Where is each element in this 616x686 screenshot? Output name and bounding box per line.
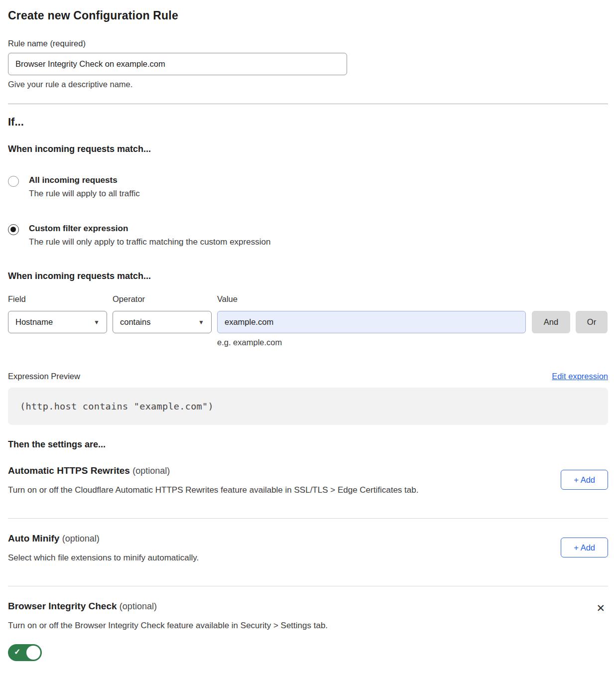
section-divider	[8, 586, 608, 586]
match-heading: When incoming requests match...	[8, 144, 608, 154]
operator-label: Operator	[113, 294, 212, 304]
filter-heading: When incoming requests match...	[8, 271, 608, 281]
radio-option-custom-filter[interactable]: Custom filter expression The rule will o…	[8, 224, 608, 247]
setting-description: Select which file extensions to minify a…	[8, 553, 199, 563]
toggle-knob	[26, 646, 40, 660]
expression-code-box: (http.host contains "example.com")	[8, 388, 608, 425]
chevron-down-icon: ▼	[94, 319, 100, 326]
radio-label: Custom filter expression	[29, 224, 270, 234]
radio-description: The rule will apply to all traffic	[29, 189, 140, 199]
radio-option-all-requests[interactable]: All incoming requests The rule will appl…	[8, 175, 608, 199]
then-settings-heading: Then the settings are...	[8, 439, 608, 450]
browser-integrity-check-toggle[interactable]: ✓	[8, 644, 42, 661]
value-input[interactable]	[217, 311, 526, 333]
section-divider	[8, 518, 608, 519]
rule-name-group: Rule name (required) Give your rule a de…	[8, 39, 608, 89]
setting-texts: Browser Integrity Check (optional) Turn …	[8, 601, 328, 663]
radio-button-custom-filter[interactable]	[8, 224, 19, 235]
optional-tag: (optional)	[132, 466, 170, 476]
rule-name-label: Rule name (required)	[8, 39, 608, 48]
radio-label: All incoming requests	[29, 175, 140, 185]
rule-name-helper: Give your rule a descriptive name.	[8, 80, 608, 89]
radio-description: The rule will only apply to traffic matc…	[29, 237, 270, 247]
chevron-down-icon: ▼	[198, 319, 204, 326]
operator-select-value: contains	[120, 317, 150, 327]
field-select[interactable]: Hostname ▼	[8, 311, 107, 333]
setting-texts: Auto Minify (optional) Select which file…	[8, 533, 199, 563]
value-column: Value e.g. example.com	[217, 294, 526, 347]
operator-column: Operator contains ▼	[113, 294, 212, 347]
close-icon[interactable]: ✕	[596, 603, 605, 613]
radio-button-all-requests[interactable]	[8, 176, 19, 187]
section-divider	[8, 104, 608, 104]
setting-description: Turn on or off the Browser Integrity Che…	[8, 621, 328, 631]
add-auto-minify-button[interactable]: + Add	[561, 538, 608, 557]
if-heading: If...	[8, 116, 608, 129]
edit-expression-link[interactable]: Edit expression	[552, 372, 608, 381]
value-label: Value	[217, 294, 526, 304]
check-icon: ✓	[14, 647, 20, 657]
filter-expression-row: Field Hostname ▼ Operator contains ▼ Val…	[8, 294, 608, 347]
expression-preview-label: Expression Preview	[8, 372, 80, 381]
radio-option-texts: Custom filter expression The rule will o…	[29, 224, 270, 247]
add-automatic-https-rewrites-button[interactable]: + Add	[561, 470, 608, 490]
setting-section-auto-minify: Auto Minify (optional) Select which file…	[8, 533, 608, 563]
and-button[interactable]: And	[532, 311, 570, 333]
page-title: Create new Configuration Rule	[8, 9, 608, 22]
or-button[interactable]: Or	[576, 311, 608, 333]
optional-tag: (optional)	[62, 534, 100, 544]
setting-section-browser-integrity-check: Browser Integrity Check (optional) Turn …	[8, 601, 608, 663]
rule-name-input[interactable]	[8, 53, 347, 75]
expression-preview-row: Expression Preview Edit expression	[8, 372, 608, 381]
setting-title: Browser Integrity Check (optional)	[8, 601, 328, 612]
operator-select[interactable]: contains ▼	[113, 311, 212, 333]
field-label: Field	[8, 294, 107, 304]
optional-tag: (optional)	[120, 601, 157, 611]
setting-title: Auto Minify (optional)	[8, 533, 199, 544]
radio-option-texts: All incoming requests The rule will appl…	[29, 175, 140, 199]
value-helper: e.g. example.com	[217, 338, 526, 347]
setting-section-automatic-https-rewrites: Automatic HTTPS Rewrites (optional) Turn…	[8, 465, 608, 495]
setting-description: Turn on or off the Cloudflare Automatic …	[8, 485, 418, 495]
field-column: Field Hostname ▼	[8, 294, 107, 347]
field-select-value: Hostname	[15, 317, 53, 327]
setting-texts: Automatic HTTPS Rewrites (optional) Turn…	[8, 465, 418, 495]
setting-title: Automatic HTTPS Rewrites (optional)	[8, 465, 418, 476]
